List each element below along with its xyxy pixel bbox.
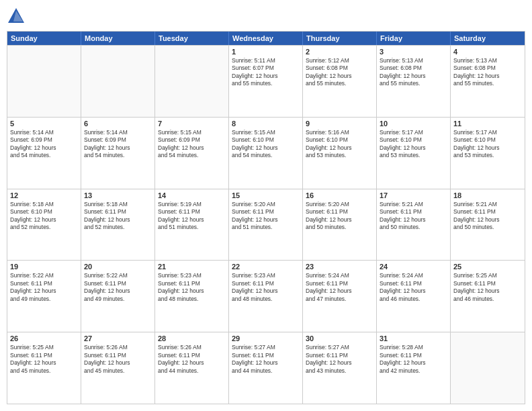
cell-line: Sunset: 6:09 PM: [10, 136, 78, 144]
cell-line: Sunrise: 5:16 AM: [306, 129, 373, 136]
calendar-cell: [155, 46, 229, 117]
cell-line: Sunset: 6:10 PM: [380, 136, 447, 144]
day-number: 3: [380, 48, 447, 56]
cell-line: Sunrise: 5:20 AM: [232, 201, 300, 208]
cell-line: Sunset: 6:11 PM: [453, 280, 522, 287]
calendar-row-5: 26Sunrise: 5:25 AMSunset: 6:11 PMDayligh…: [7, 332, 525, 404]
cell-line: and 42 minutes.: [380, 367, 447, 375]
day-number: 20: [84, 263, 152, 271]
calendar-body: 1Sunrise: 5:11 AMSunset: 6:07 PMDaylight…: [7, 45, 525, 404]
cell-line: Daylight: 12 hours: [84, 287, 152, 295]
cell-line: Daylight: 12 hours: [10, 287, 78, 295]
calendar-cell: 15Sunrise: 5:20 AMSunset: 6:11 PMDayligh…: [229, 189, 303, 261]
calendar: SundayMondayTuesdayWednesdayThursdayFrid…: [7, 31, 525, 404]
cell-line: Daylight: 12 hours: [10, 359, 78, 367]
cell-line: Daylight: 12 hours: [380, 144, 447, 152]
calendar-cell: 28Sunrise: 5:26 AMSunset: 6:11 PMDayligh…: [155, 332, 229, 404]
calendar-cell: 14Sunrise: 5:19 AMSunset: 6:11 PMDayligh…: [155, 189, 229, 261]
cell-line: Sunset: 6:11 PM: [84, 352, 152, 359]
cell-line: and 51 minutes.: [158, 224, 226, 231]
cell-line: Sunrise: 5:17 AM: [453, 129, 522, 136]
cell-line: Sunrise: 5:18 AM: [10, 201, 78, 208]
cell-line: Daylight: 12 hours: [84, 359, 152, 367]
calendar-cell: 5Sunrise: 5:14 AMSunset: 6:09 PMDaylight…: [7, 118, 81, 189]
cell-line: and 54 minutes.: [158, 152, 226, 159]
cell-line: Sunrise: 5:23 AM: [158, 272, 226, 279]
calendar-cell: 26Sunrise: 5:25 AMSunset: 6:11 PMDayligh…: [7, 332, 81, 404]
cell-line: and 49 minutes.: [84, 295, 152, 303]
cell-line: Daylight: 12 hours: [380, 287, 447, 295]
cell-line: Sunset: 6:11 PM: [158, 208, 226, 216]
cell-line: Daylight: 12 hours: [158, 359, 226, 367]
cell-line: and 46 minutes.: [380, 295, 447, 303]
calendar-cell: 19Sunrise: 5:22 AMSunset: 6:11 PMDayligh…: [7, 261, 81, 332]
calendar-cell: 29Sunrise: 5:27 AMSunset: 6:11 PMDayligh…: [229, 332, 303, 404]
cell-line: and 48 minutes.: [158, 295, 226, 303]
calendar-row-4: 19Sunrise: 5:22 AMSunset: 6:11 PMDayligh…: [7, 260, 525, 332]
calendar-cell: [451, 332, 525, 404]
cell-line: Sunset: 6:11 PM: [232, 352, 300, 359]
cell-line: and 53 minutes.: [453, 152, 522, 159]
calendar-cell: 2Sunrise: 5:12 AMSunset: 6:08 PMDaylight…: [303, 46, 377, 117]
day-number: 11: [453, 120, 522, 128]
logo-icon: [7, 7, 26, 26]
cell-line: Sunrise: 5:21 AM: [453, 201, 522, 208]
calendar-cell: 17Sunrise: 5:21 AMSunset: 6:11 PMDayligh…: [377, 189, 451, 261]
cell-line: Sunrise: 5:15 AM: [232, 129, 300, 136]
cell-line: Daylight: 12 hours: [232, 216, 300, 224]
day-number: 23: [306, 263, 373, 271]
calendar-cell: 10Sunrise: 5:17 AMSunset: 6:10 PMDayligh…: [377, 118, 451, 189]
calendar-cell: 9Sunrise: 5:16 AMSunset: 6:10 PMDaylight…: [303, 118, 377, 189]
cell-line: Sunrise: 5:22 AM: [84, 272, 152, 279]
cell-line: Sunset: 6:11 PM: [158, 352, 226, 359]
cell-line: Daylight: 12 hours: [306, 73, 373, 80]
day-number: 9: [306, 120, 373, 128]
cell-line: Sunrise: 5:12 AM: [306, 57, 373, 64]
cell-line: Sunrise: 5:24 AM: [380, 272, 447, 279]
cell-line: and 51 minutes.: [232, 224, 300, 231]
header-day-thursday: Thursday: [303, 32, 377, 45]
cell-line: and 50 minutes.: [453, 224, 522, 231]
cell-line: Sunset: 6:08 PM: [380, 64, 447, 72]
cell-line: Daylight: 12 hours: [10, 216, 78, 224]
cell-line: Daylight: 12 hours: [453, 287, 522, 295]
day-number: 16: [306, 191, 373, 199]
cell-line: Sunset: 6:07 PM: [232, 64, 300, 72]
calendar-cell: 4Sunrise: 5:13 AMSunset: 6:08 PMDaylight…: [451, 46, 525, 117]
cell-line: Sunset: 6:11 PM: [306, 280, 373, 287]
calendar-cell: 24Sunrise: 5:24 AMSunset: 6:11 PMDayligh…: [377, 261, 451, 332]
cell-line: Daylight: 12 hours: [84, 216, 152, 224]
cell-line: Sunrise: 5:24 AM: [306, 272, 373, 279]
cell-line: Sunset: 6:11 PM: [84, 280, 152, 287]
day-number: 12: [10, 191, 78, 199]
calendar-row-2: 5Sunrise: 5:14 AMSunset: 6:09 PMDaylight…: [7, 117, 525, 189]
day-number: 7: [158, 120, 226, 128]
cell-line: and 49 minutes.: [10, 295, 78, 303]
cell-line: Daylight: 12 hours: [453, 144, 522, 152]
day-number: 29: [232, 334, 300, 342]
day-number: 17: [380, 191, 447, 199]
day-number: 8: [232, 120, 300, 128]
cell-line: Sunset: 6:11 PM: [158, 280, 226, 287]
cell-line: Daylight: 12 hours: [380, 216, 447, 224]
day-number: 15: [232, 191, 300, 199]
cell-line: Sunset: 6:11 PM: [306, 352, 373, 359]
cell-line: Sunrise: 5:11 AM: [232, 57, 300, 64]
header-day-tuesday: Tuesday: [155, 32, 229, 45]
day-number: 14: [158, 191, 226, 199]
calendar-cell: 1Sunrise: 5:11 AMSunset: 6:07 PMDaylight…: [229, 46, 303, 117]
calendar-cell: [81, 46, 155, 117]
calendar-cell: [7, 46, 81, 117]
cell-line: Sunrise: 5:22 AM: [10, 272, 78, 279]
cell-line: Sunrise: 5:26 AM: [84, 344, 152, 351]
cell-line: Daylight: 12 hours: [158, 216, 226, 224]
cell-line: and 53 minutes.: [306, 152, 373, 159]
cell-line: Sunset: 6:10 PM: [10, 208, 78, 216]
day-number: 19: [10, 263, 78, 271]
cell-line: and 55 minutes.: [306, 80, 373, 87]
calendar-cell: 23Sunrise: 5:24 AMSunset: 6:11 PMDayligh…: [303, 261, 377, 332]
cell-line: Daylight: 12 hours: [380, 359, 447, 367]
cell-line: and 55 minutes.: [453, 80, 522, 87]
cell-line: Sunset: 6:11 PM: [84, 208, 152, 216]
cell-line: and 50 minutes.: [380, 224, 447, 231]
